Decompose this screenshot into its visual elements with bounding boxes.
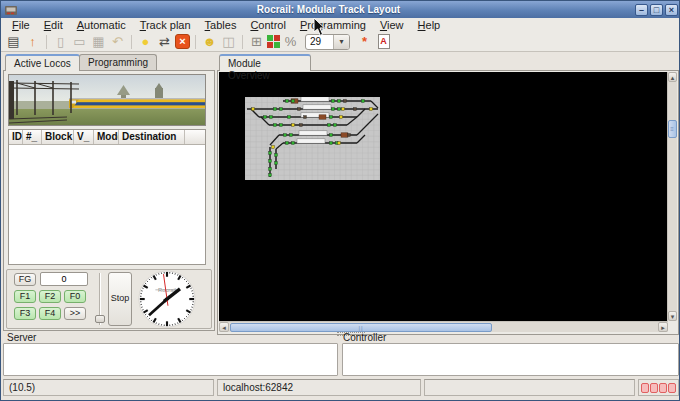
menu-tables[interactable]: Tables	[198, 18, 244, 32]
minimize-button-icon[interactable]: –	[635, 4, 648, 16]
column-destination[interactable]: Destination	[119, 130, 185, 144]
vertical-scrollbar[interactable]: ▴ ≡ ▾	[667, 72, 677, 321]
server-label: Server	[7, 332, 36, 343]
module-overview-body: ▴ ≡ ▾ ◂ || ▸	[217, 70, 679, 335]
fn-button--[interactable]: >>	[64, 307, 86, 320]
menu-programming[interactable]: Programming	[293, 18, 373, 32]
mouse-cursor	[313, 17, 327, 37]
status-led	[641, 383, 649, 393]
track-plan[interactable]	[245, 97, 380, 180]
toolbar-separator	[242, 35, 243, 49]
modules-icon[interactable]	[267, 35, 280, 48]
menu-track-plan[interactable]: Track plan	[133, 18, 198, 32]
titlebar[interactable]: Rocrail: Modular Track Layout –□×	[1, 1, 680, 18]
scroll-left-icon[interactable]: ◂	[219, 322, 229, 332]
fg-button[interactable]: FG	[14, 273, 36, 286]
fn-button-f4[interactable]: F4	[39, 307, 61, 320]
status-version: (10.5)	[3, 379, 214, 396]
rocrail-window: Rocrail: Modular Track Layout –□× FileEd…	[0, 0, 680, 401]
throttle-group: FG 0 F1F2F0F3F4>> Stop Rocrail	[6, 269, 212, 329]
toolbar: ▤↑▯▭▦↶●⇄×☻◫⊞%29▾*A	[1, 32, 680, 52]
module-overview-panel: Module Overview ▴ ≡ ▾ ◂ || ▸	[217, 54, 679, 335]
menubar: FileEditAutomaticTrack planTablesControl…	[1, 18, 680, 32]
save-icon[interactable]: ▦	[90, 33, 107, 50]
vertical-scroll-thumb[interactable]: ≡	[668, 120, 677, 138]
status-led	[668, 383, 676, 393]
horizontal-scroll-thumb[interactable]: ||	[230, 323, 492, 332]
column--[interactable]: #_	[23, 130, 42, 144]
table-icon[interactable]: ⊞	[248, 33, 265, 50]
status-led	[659, 383, 667, 393]
track-layout-canvas[interactable]	[219, 72, 668, 321]
column-mode[interactable]: Mode	[94, 130, 119, 144]
power-bulb-icon[interactable]: ●	[137, 33, 154, 50]
app-icon	[4, 4, 18, 16]
controller-log	[342, 343, 679, 376]
percent-icon[interactable]: %	[282, 33, 299, 50]
toolbar-separator	[46, 35, 47, 49]
active-locos-table[interactable]: ID#_BlockV_ModeDestination	[8, 129, 206, 265]
status-led	[650, 383, 658, 393]
menu-view[interactable]: View	[373, 18, 411, 32]
workstation-icon[interactable]: ▤	[5, 33, 22, 50]
toolbar-separator	[131, 35, 132, 49]
fast-clock: Rocrail	[135, 269, 199, 331]
slider-handle[interactable]	[95, 315, 105, 323]
menu-file[interactable]: File	[5, 18, 37, 32]
scroll-down-icon[interactable]: ▾	[668, 311, 677, 321]
undo-icon[interactable]: ↶	[109, 33, 126, 50]
fn-button-f2[interactable]: F2	[39, 290, 61, 303]
stop-button[interactable]: Stop	[108, 272, 132, 326]
server-log	[3, 343, 338, 376]
controller-label: Controller	[343, 332, 386, 343]
up-arrow-icon[interactable]: ↑	[24, 33, 41, 50]
loco-photo	[8, 74, 206, 126]
zoom-combobox[interactable]: 29▾	[305, 34, 350, 50]
open-icon[interactable]: ▭	[71, 33, 88, 50]
toolbar-separator	[195, 35, 196, 49]
status-host: localhost:62842	[217, 379, 421, 396]
burst-icon[interactable]: *	[356, 33, 373, 50]
tab-active-locos[interactable]: Active Locos	[5, 54, 80, 71]
status-indicators	[638, 379, 679, 396]
menu-help[interactable]: Help	[411, 18, 448, 32]
emergency-stop-icon[interactable]: ×	[175, 34, 190, 49]
horizontal-scrollbar[interactable]: ◂ || ▸	[219, 321, 668, 332]
window-title: Rocrail: Modular Track Layout	[22, 1, 635, 18]
close-button-icon[interactable]: ×	[665, 4, 678, 16]
maximize-button-icon[interactable]: □	[650, 4, 663, 16]
speed-slider[interactable]	[96, 273, 104, 325]
analyzer-icon[interactable]: A	[375, 33, 392, 50]
column-id[interactable]: ID	[9, 130, 23, 144]
fn-button-f3[interactable]: F3	[14, 307, 36, 320]
statusbar: (10.5) localhost:62842	[3, 379, 679, 396]
combo-arrow-icon[interactable]: ▾	[333, 35, 349, 49]
status-message	[424, 379, 635, 396]
driver-icon[interactable]: ☻	[201, 33, 218, 50]
scroll-up-icon[interactable]: ▴	[668, 72, 677, 82]
fn-button-f1[interactable]: F1	[14, 290, 36, 303]
new-icon[interactable]: ▯	[52, 33, 69, 50]
turnout-icon[interactable]: ⇄	[156, 33, 173, 50]
locos-panel: Active LocosProgramming	[3, 54, 215, 331]
scroll-right-icon[interactable]: ▸	[658, 322, 668, 332]
menu-automatic[interactable]: Automatic	[70, 18, 133, 32]
locos-panel-body: ID#_BlockV_ModeDestination FG 0 F1F2F0F3…	[3, 70, 215, 331]
eraser-icon[interactable]: ◫	[220, 33, 237, 50]
tab-programming[interactable]: Programming	[79, 54, 157, 70]
fn-button-f0[interactable]: F0	[64, 290, 86, 303]
speed-field[interactable]: 0	[40, 272, 88, 286]
column-v-[interactable]: V_	[74, 130, 94, 144]
column-block[interactable]: Block	[42, 130, 74, 144]
menu-edit[interactable]: Edit	[37, 18, 70, 32]
tab-module-overview[interactable]: Module Overview	[219, 54, 311, 71]
menu-control[interactable]: Control	[243, 18, 292, 32]
